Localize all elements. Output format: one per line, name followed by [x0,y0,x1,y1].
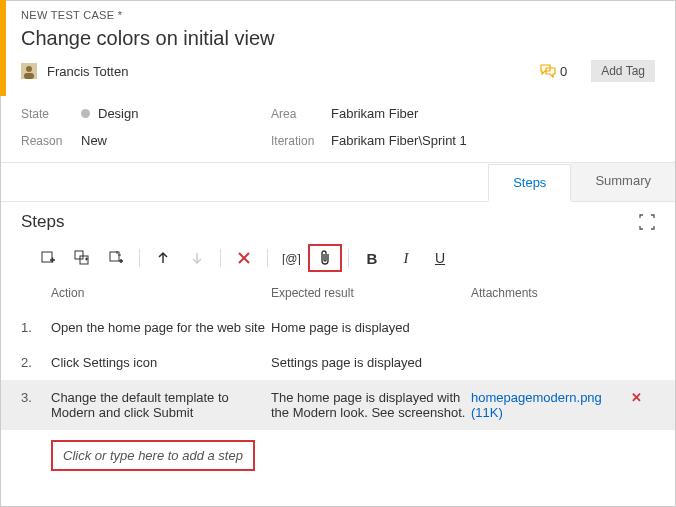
iteration-value[interactable]: Fabrikam Fiber\Sprint 1 [331,133,655,148]
state-dot-icon [81,109,90,118]
column-expected-header: Expected result [271,286,471,300]
fullscreen-icon[interactable] [639,214,655,230]
tab-summary[interactable]: Summary [571,163,675,201]
state-label: State [21,107,81,121]
insert-parameter-button[interactable]: [@] [274,244,308,272]
column-attachments-header: Attachments [471,286,655,300]
reason-value[interactable]: New [81,133,271,148]
step-row[interactable]: 1. Open the home page for the web site H… [1,310,675,345]
tab-steps[interactable]: Steps [488,164,571,202]
step-expected[interactable]: Settings page is displayed [271,355,471,370]
iteration-label: Iteration [271,134,331,148]
area-label: Area [271,107,331,121]
avatar [21,63,37,79]
delete-step-button[interactable] [227,244,261,272]
italic-button[interactable]: I [389,244,423,272]
discussion-count[interactable]: 0 [540,64,567,79]
assigned-to[interactable]: Francis Totten [47,64,128,79]
step-expected[interactable]: Home page is displayed [271,320,471,335]
step-number: 3. [21,390,51,405]
toolbar-separator [220,249,221,267]
toolbar-separator [139,249,140,267]
remove-attachment-button[interactable]: ✕ [631,390,655,405]
insert-shared-step-button[interactable] [65,244,99,272]
steps-section-title: Steps [21,212,64,232]
state-value[interactable]: Design [81,106,271,121]
work-item-type-label: NEW TEST CASE * [21,9,655,21]
move-up-button[interactable] [146,244,180,272]
attachment-link[interactable]: homepagemodern.png (11K) [471,390,631,420]
add-attachment-button[interactable] [308,244,342,272]
toolbar-separator [348,249,349,267]
add-step-input[interactable]: Click or type here to add a step [51,440,255,471]
svg-rect-4 [75,251,83,259]
step-action[interactable]: Open the home page for the web site [51,320,271,335]
paperclip-icon [318,250,332,266]
step-number: 1. [21,320,51,335]
underline-button[interactable]: U [423,244,457,272]
step-action[interactable]: Change the default template to Modern an… [51,390,271,420]
bold-button[interactable]: B [355,244,389,272]
move-down-button[interactable] [180,244,214,272]
step-number: 2. [21,355,51,370]
svg-point-1 [26,66,32,72]
area-value[interactable]: Fabrikam Fiber [331,106,655,121]
step-row[interactable]: 3. Change the default template to Modern… [1,380,675,430]
step-row[interactable]: 2. Click Settings icon Settings page is … [1,345,675,380]
create-shared-steps-button[interactable] [99,244,133,272]
add-tag-button[interactable]: Add Tag [591,60,655,82]
svg-text:[@]: [@] [282,252,300,265]
reason-label: Reason [21,134,81,148]
column-action-header: Action [51,286,271,300]
discussion-icon [540,64,556,78]
work-item-title[interactable]: Change colors on initial view [21,27,655,50]
toolbar-separator [267,249,268,267]
step-expected[interactable]: The home page is displayed with the Mode… [271,390,471,420]
svg-rect-6 [110,252,119,261]
svg-rect-2 [24,73,34,79]
step-action[interactable]: Click Settings icon [51,355,271,370]
insert-step-button[interactable] [31,244,65,272]
